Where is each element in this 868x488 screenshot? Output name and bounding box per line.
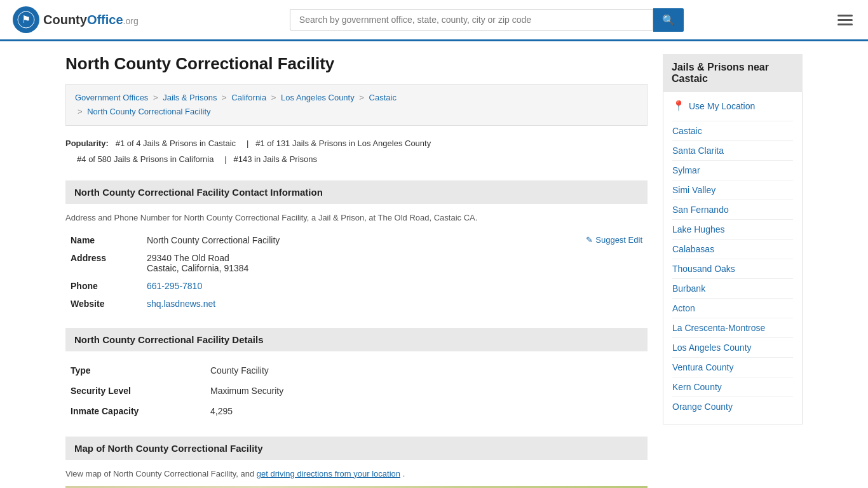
list-item: Calabasas: [672, 239, 793, 259]
list-item: Burbank: [672, 278, 793, 298]
contact-section-header: North County Correctional Facility Conta…: [65, 180, 648, 204]
sidebar-link-la-crescenta[interactable]: La Crescenta-Montrose: [672, 323, 765, 333]
type-value: County Facility: [205, 360, 648, 381]
breadcrumb: Government Offices > Jails & Prisons > C…: [65, 84, 648, 126]
breadcrumb-sep: >: [78, 107, 83, 116]
sidebar: Jails & Prisons near Castaic 📍 Use My Lo…: [663, 54, 803, 488]
popularity-section: Popularity: #1 of 4 Jails & Prisons in C…: [65, 136, 648, 167]
popularity-label: Popularity:: [65, 139, 109, 148]
driving-directions-link[interactable]: get driving directions from your locatio…: [257, 469, 400, 478]
suggest-edit-link[interactable]: ✎ Suggest Edit: [586, 235, 642, 245]
page-title: North County Correctional Facility: [65, 54, 648, 74]
breadcrumb-sep: >: [271, 93, 276, 102]
list-item: Los Angeles County: [672, 337, 793, 357]
address-value: 29340 The Old Road Castaic, California, …: [142, 249, 648, 277]
name-label: Name: [65, 231, 142, 249]
breadcrumb-sep: >: [359, 93, 364, 102]
breadcrumb-link-ca[interactable]: California: [231, 93, 266, 102]
phone-value: 661-295-7810: [142, 277, 648, 295]
type-label: Type: [65, 360, 205, 381]
contact-section: North County Correctional Facility Conta…: [65, 180, 648, 313]
pop-badge-2: #1 of 131 Jails & Prisons in Los Angeles…: [255, 139, 431, 148]
sidebar-header: Jails & Prisons near Castaic: [663, 54, 803, 92]
sidebar-link-lake-hughes[interactable]: Lake Hughes: [672, 224, 725, 234]
breadcrumb-link-castaic[interactable]: Castaic: [369, 93, 397, 102]
list-item: Castaic: [672, 121, 793, 140]
sidebar-link-burbank[interactable]: Burbank: [672, 283, 705, 294]
pop-badge-1: #1 of 4 Jails & Prisons in Castaic: [116, 139, 236, 148]
name-value: North County Correctional Facility ✎ Sug…: [142, 231, 648, 249]
table-row: Address 29340 The Old Road Castaic, Cali…: [65, 249, 648, 277]
content-area: North County Correctional Facility Gover…: [65, 54, 648, 488]
sidebar-link-santa-clarita[interactable]: Santa Clarita: [672, 146, 724, 156]
sidebar-content: 📍 Use My Location Castaic Santa Clarita …: [663, 92, 803, 424]
breadcrumb-link-gov[interactable]: Government Offices: [75, 93, 148, 102]
list-item: La Crescenta-Montrose: [672, 318, 793, 337]
sidebar-link-la-county[interactable]: Los Angeles County: [672, 342, 752, 353]
sidebar-link-simi-valley[interactable]: Simi Valley: [672, 185, 715, 195]
breadcrumb-link-jails[interactable]: Jails & Prisons: [163, 93, 217, 102]
suggest-edit-icon: ✎: [586, 235, 593, 245]
map-section: Map of North County Correctional Facilit…: [65, 437, 648, 488]
site-header: ⚑ CountyOffice.org 🔍: [0, 0, 868, 41]
sidebar-link-castaic[interactable]: Castaic: [672, 126, 702, 136]
website-label: Website: [65, 295, 142, 313]
map-placeholder: [65, 486, 648, 488]
list-item: Santa Clarita: [672, 140, 793, 160]
breadcrumb-sep: >: [222, 93, 227, 102]
website-value: shq.lasdnews.net: [142, 295, 648, 313]
list-item: Ventura County: [672, 357, 793, 377]
list-item: Acton: [672, 298, 793, 318]
menu-button[interactable]: [835, 12, 855, 28]
menu-icon-bar: [837, 24, 853, 25]
table-row: Inmate Capacity 4,295: [65, 401, 648, 421]
list-item: Kern County: [672, 377, 793, 396]
capacity-value: 4,295: [205, 401, 648, 421]
logo-text: CountyOffice.org: [43, 13, 139, 27]
sidebar-link-kern[interactable]: Kern County: [672, 382, 722, 392]
sidebar-link-ventura[interactable]: Ventura County: [672, 362, 734, 372]
sidebar-links-list: Castaic Santa Clarita Sylmar Simi Valley…: [672, 121, 793, 416]
details-section-header: North County Correctional Facility Detai…: [65, 328, 648, 351]
breadcrumb-link-facility[interactable]: North County Correctional Facility: [87, 107, 210, 116]
details-section: North County Correctional Facility Detai…: [65, 328, 648, 421]
list-item: Lake Hughes: [672, 219, 793, 239]
capacity-label: Inmate Capacity: [65, 401, 205, 421]
details-info-table: Type County Facility Security Level Maxi…: [65, 360, 648, 421]
sidebar-link-san-fernando[interactable]: San Fernando: [672, 205, 729, 215]
pop-badge-4: #143 in Jails & Prisons: [233, 154, 317, 164]
search-input[interactable]: [290, 9, 653, 30]
contact-info-table: Name North County Correctional Facility …: [65, 231, 648, 313]
table-row: Phone 661-295-7810: [65, 277, 648, 295]
address-label: Address: [65, 249, 142, 277]
phone-label: Phone: [65, 277, 142, 295]
sidebar-link-acton[interactable]: Acton: [672, 303, 695, 313]
svg-text:⚑: ⚑: [22, 14, 31, 25]
security-value: Maximum Security: [205, 381, 648, 401]
phone-link[interactable]: 661-295-7810: [147, 281, 202, 291]
sidebar-link-thousand-oaks[interactable]: Thousand Oaks: [672, 264, 735, 274]
website-link[interactable]: shq.lasdnews.net: [147, 299, 215, 309]
breadcrumb-sep: >: [153, 93, 158, 102]
use-my-location-button[interactable]: 📍 Use My Location: [672, 100, 755, 112]
menu-icon-bar: [837, 19, 853, 21]
location-icon: 📍: [672, 100, 685, 112]
table-row: Type County Facility: [65, 360, 648, 381]
main-container: North County Correctional Facility Gover…: [53, 41, 815, 488]
breadcrumb-link-la[interactable]: Los Angeles County: [281, 93, 355, 102]
table-row: Website shq.lasdnews.net: [65, 295, 648, 313]
sidebar-link-calabasas[interactable]: Calabasas: [672, 244, 714, 254]
search-button[interactable]: 🔍: [653, 8, 684, 32]
sidebar-link-orange[interactable]: Orange County: [672, 402, 733, 412]
map-description: View map of North County Correctional Fa…: [65, 469, 648, 478]
table-row: Name North County Correctional Facility …: [65, 231, 648, 249]
list-item: Orange County: [672, 396, 793, 416]
menu-icon-bar: [837, 15, 853, 17]
map-section-header: Map of North County Correctional Facilit…: [65, 437, 648, 460]
table-row: Security Level Maximum Security: [65, 381, 648, 401]
sidebar-link-sylmar[interactable]: Sylmar: [672, 165, 700, 175]
pop-badge-3: #4 of 580 Jails & Prisons in California: [77, 154, 214, 164]
list-item: Thousand Oaks: [672, 259, 793, 278]
security-label: Security Level: [65, 381, 205, 401]
contact-description: Address and Phone Number for North Count…: [65, 213, 648, 222]
